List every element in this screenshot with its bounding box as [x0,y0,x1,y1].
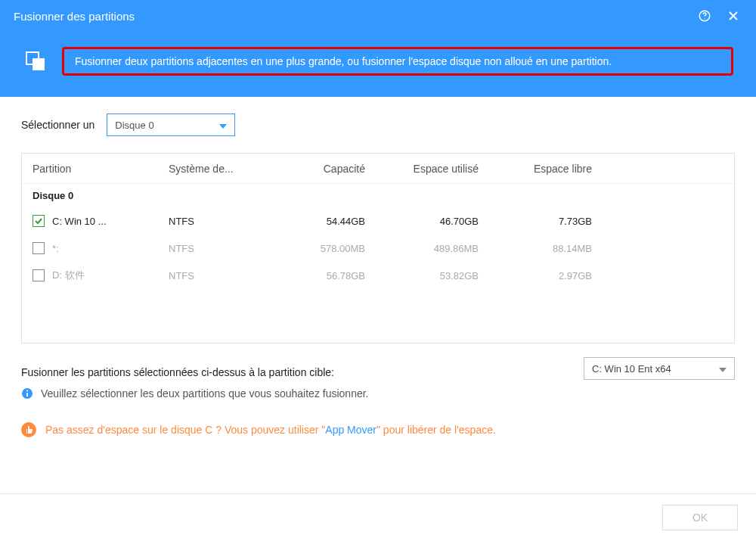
partition-table: Partition Système de... Capacité Espace … [21,153,735,344]
cell-free: 7.73GB [494,216,607,227]
cell-filesystem: NTFS [169,270,282,281]
titlebar: Fusionner des partitions [0,0,756,32]
checkbox-icon [33,242,45,254]
banner: Fusionner deux partitions adjacentes en … [0,32,756,97]
svg-point-1 [704,18,705,19]
chevron-down-icon [219,120,227,131]
cell-partition: *: [52,243,59,254]
info-icon [21,387,33,400]
col-filesystem: Système de... [169,163,282,175]
cell-partition: D: 软件 [52,269,85,282]
warning-line: Pas assez d'espace sur le disque C ? Vou… [21,422,735,437]
cell-capacity: 578.00MB [282,243,380,254]
cell-free: 2.97GB [494,270,607,281]
thumbs-up-icon [21,422,36,437]
target-row: Fusionner les partitions sélectionnées c… [21,357,735,400]
cell-used: 46.70GB [380,216,494,227]
col-capacity: Capacité [282,163,380,175]
disk-selector-label: Sélectionner un [21,119,94,131]
table-row: *: NTFS 578.00MB 489.86MB 88.14MB [22,235,734,262]
close-icon[interactable] [724,7,742,25]
col-used: Espace utilisé [380,163,494,175]
cell-capacity: 56.78GB [282,270,380,281]
footer: OK [0,493,756,541]
table-group: Disque 0 [22,184,734,207]
info-line: Veuillez sélectionner les deux partition… [21,387,369,400]
svg-rect-3 [33,58,45,70]
table-body: Disque 0 C: Win 10 ... NTFS 54.44GB 46.7… [22,184,734,343]
target-partition-value: C: Win 10 Ent x64 [592,363,671,375]
disk-selector-row: Sélectionner un Disque 0 [21,113,735,136]
chevron-down-icon [719,363,727,375]
info-text: Veuillez sélectionner les deux partition… [41,387,369,400]
table-row[interactable]: C: Win 10 ... NTFS 54.44GB 46.70GB 7.73G… [22,207,734,235]
cell-used: 489.86MB [380,243,494,254]
table-row: D: 软件 NTFS 56.78GB 53.82GB 2.97GB [22,262,734,289]
cell-filesystem: NTFS [169,216,282,227]
checkbox-icon [33,269,45,281]
banner-description: Fusionner deux partitions adjacentes en … [62,47,733,76]
col-free: Espace libre [494,163,607,175]
disk-selector[interactable]: Disque 0 [107,113,235,136]
col-partition: Partition [33,163,169,175]
warning-text: Pas assez d'espace sur le disque C ? Vou… [45,424,496,436]
cell-filesystem: NTFS [169,243,282,254]
disk-selector-value: Disque 0 [115,120,153,131]
table-header: Partition Système de... Capacité Espace … [22,154,734,184]
help-icon[interactable] [696,7,714,25]
target-partition-selector[interactable]: C: Win 10 Ent x64 [584,357,735,380]
cell-used: 53.82GB [380,270,494,281]
target-label: Fusionner les partitions sélectionnées c… [21,366,369,378]
checkbox-icon[interactable] [33,215,45,227]
cell-capacity: 54.44GB [282,216,380,227]
cell-partition: C: Win 10 ... [52,216,107,227]
merge-partitions-icon [23,48,48,74]
app-mover-link[interactable]: App Mover [325,424,376,436]
cell-free: 88.14MB [494,243,607,254]
ok-button[interactable]: OK [662,505,738,530]
svg-rect-5 [26,393,28,396]
window-title: Fusionner des partitions [14,10,685,23]
svg-point-6 [26,390,28,392]
